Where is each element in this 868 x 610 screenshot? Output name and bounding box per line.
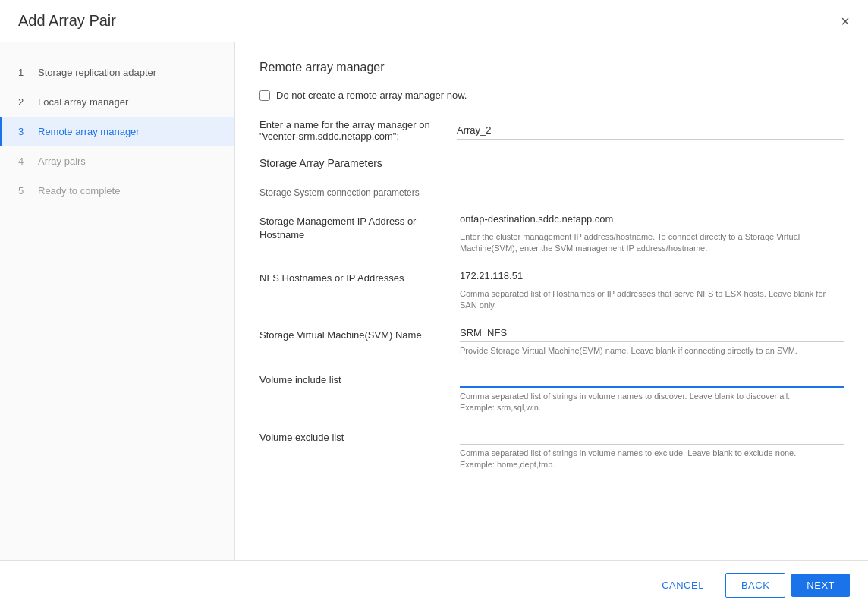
volume-include-input[interactable]: [460, 369, 844, 388]
sidebar-step-4[interactable]: 4 Array pairs: [0, 146, 234, 176]
back-button[interactable]: BACK: [725, 573, 785, 598]
no-remote-manager-label: Do not create a remote array manager now…: [276, 90, 467, 101]
step-2-number: 2: [18, 96, 30, 108]
section-title: Remote array manager: [259, 61, 844, 74]
nfs-hostnames-hint: Comma separated list of Hostnames or IP …: [460, 288, 844, 312]
volume-exclude-label: Volume exclude list: [259, 426, 442, 445]
step-1-label: Storage replication adapter: [38, 67, 156, 78]
svm-name-input[interactable]: [460, 324, 844, 342]
step-3-label: Remote array manager: [38, 126, 140, 137]
nfs-hostnames-group: NFS Hostnames or IP Addresses Comma sepa…: [259, 267, 844, 312]
array-manager-name-label: Enter a name for the array manager on "v…: [259, 119, 457, 142]
no-remote-manager-checkbox[interactable]: [259, 90, 270, 101]
volume-exclude-input-cell: Comma separated list of strings in volum…: [460, 426, 844, 471]
volume-include-hint: Comma separated list of strings in volum…: [460, 391, 844, 414]
sidebar-step-2[interactable]: 2 Local array manager: [0, 87, 234, 117]
storage-array-params-title: Storage Array Parameters: [259, 157, 844, 175]
step-4-number: 4: [18, 156, 30, 167]
volume-exclude-group: Volume exclude list Comma separated list…: [259, 426, 844, 471]
volume-include-label: Volume include list: [259, 369, 442, 387]
storage-mgmt-ip-hint: Enter the cluster management IP address/…: [460, 231, 844, 255]
storage-connection-label: Storage System connection parameters: [259, 187, 844, 198]
sidebar: 1 Storage replication adapter 2 Local ar…: [0, 42, 235, 560]
svm-name-group: Storage Virtual Machine(SVM) Name Provid…: [259, 324, 844, 357]
volume-exclude-input[interactable]: [460, 426, 844, 445]
nfs-hostnames-input[interactable]: [460, 267, 844, 285]
svm-name-input-cell: Provide Storage Virtual Machine(SVM) nam…: [460, 324, 844, 357]
dialog-header: Add Array Pair ×: [0, 0, 868, 42]
storage-array-params: Storage Array Parameters Storage System …: [259, 157, 844, 471]
nfs-hostnames-input-cell: Comma separated list of Hostnames or IP …: [460, 267, 844, 312]
volume-include-group: Volume include list Comma separated list…: [259, 369, 844, 414]
close-button[interactable]: ×: [841, 14, 850, 29]
add-array-pair-dialog: Add Array Pair × 1 Storage replication a…: [0, 0, 868, 610]
next-button[interactable]: NEXT: [791, 574, 850, 597]
sidebar-step-1[interactable]: 1 Storage replication adapter: [0, 58, 234, 87]
sidebar-steps: 1 Storage replication adapter 2 Local ar…: [0, 58, 234, 206]
svm-name-hint: Provide Storage Virtual Machine(SVM) nam…: [460, 345, 844, 357]
volume-exclude-hint: Comma separated list of strings in volum…: [460, 448, 844, 471]
array-manager-name-input[interactable]: [457, 121, 844, 140]
step-5-number: 5: [18, 185, 30, 197]
step-4-label: Array pairs: [38, 156, 86, 167]
dialog-footer: CANCEL BACK NEXT: [0, 560, 868, 610]
sidebar-step-3[interactable]: 3 Remote array manager: [0, 117, 234, 146]
step-2-label: Local array manager: [38, 96, 128, 108]
array-manager-name-row: Enter a name for the array manager on "v…: [259, 119, 844, 142]
cancel-button[interactable]: CANCEL: [646, 574, 719, 597]
svm-name-label: Storage Virtual Machine(SVM) Name: [259, 324, 442, 342]
step-3-number: 3: [18, 126, 30, 137]
dialog-body: 1 Storage replication adapter 2 Local ar…: [0, 42, 868, 560]
step-1-number: 1: [18, 67, 30, 78]
volume-include-input-cell: Comma separated list of strings in volum…: [460, 369, 844, 414]
storage-mgmt-ip-input[interactable]: [460, 210, 844, 228]
storage-mgmt-ip-group: Storage Management IP Address or Hostnam…: [259, 210, 844, 255]
no-remote-manager-row: Do not create a remote array manager now…: [259, 90, 844, 101]
main-content: Remote array manager Do not create a rem…: [235, 42, 868, 560]
storage-mgmt-ip-label: Storage Management IP Address or Hostnam…: [259, 210, 442, 242]
storage-mgmt-ip-input-cell: Enter the cluster management IP address/…: [460, 210, 844, 255]
sidebar-step-5[interactable]: 5 Ready to complete: [0, 176, 234, 206]
nfs-hostnames-label: NFS Hostnames or IP Addresses: [259, 267, 442, 285]
dialog-title: Add Array Pair: [18, 12, 116, 30]
step-5-label: Ready to complete: [38, 185, 120, 197]
